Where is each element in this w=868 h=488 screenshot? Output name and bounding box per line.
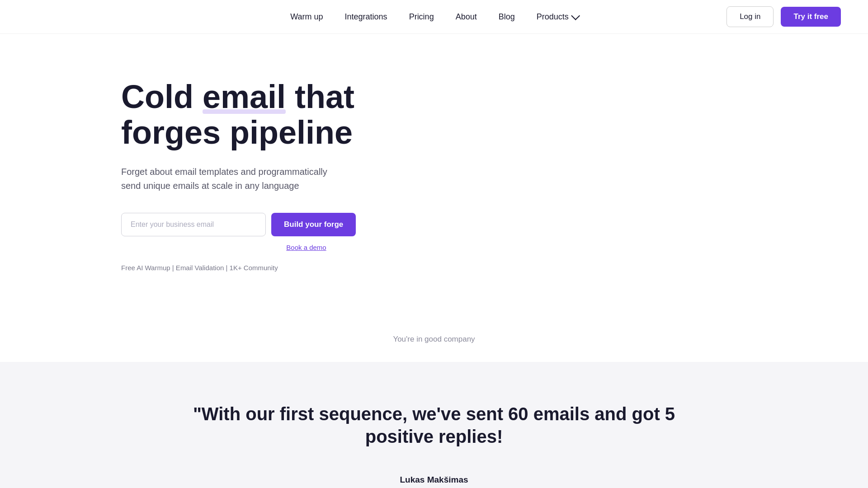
hero-title-highlight: email: [203, 79, 286, 115]
login-button[interactable]: Log in: [726, 6, 774, 27]
products-label: Products: [537, 12, 569, 22]
chevron-down-icon: [571, 11, 580, 20]
testimonial-quote: "With our first sequence, we've sent 60 …: [185, 403, 683, 448]
nav-item-blog[interactable]: Blog: [499, 12, 515, 22]
hero-title: Cold email that forges pipeline: [121, 79, 401, 150]
testimonial-section: "With our first sequence, we've sent 60 …: [0, 362, 868, 488]
book-demo-link[interactable]: Book a demo: [271, 244, 341, 251]
good-company-section: You're in good company: [0, 308, 868, 362]
nav-item-about[interactable]: About: [456, 12, 477, 22]
hero-subtitle: Forget about email templates and program…: [121, 165, 343, 193]
testimonial-author: Lukas Makšimas: [18, 475, 850, 485]
email-input[interactable]: [121, 213, 266, 236]
nav-item-integrations[interactable]: Integrations: [345, 12, 387, 22]
hero-section: Cold email that forges pipeline Forget a…: [0, 34, 868, 308]
nav-item-warmup[interactable]: Warm up: [290, 12, 323, 22]
nav-links: Warm up Integrations Pricing About Blog …: [290, 12, 578, 22]
nav-item-pricing[interactable]: Pricing: [409, 12, 434, 22]
nav-actions: Log in Try it free: [726, 6, 841, 27]
email-form: Build your forge: [121, 213, 868, 236]
build-forge-button[interactable]: Build your forge: [271, 213, 356, 236]
try-free-button[interactable]: Try it free: [781, 7, 841, 27]
main-nav: Warm up Integrations Pricing About Blog …: [0, 0, 868, 34]
nav-item-products[interactable]: Products: [537, 12, 578, 22]
good-company-text: You're in good company: [393, 335, 475, 344]
features-text: Free AI Warmup | Email Validation | 1K+ …: [121, 264, 868, 272]
